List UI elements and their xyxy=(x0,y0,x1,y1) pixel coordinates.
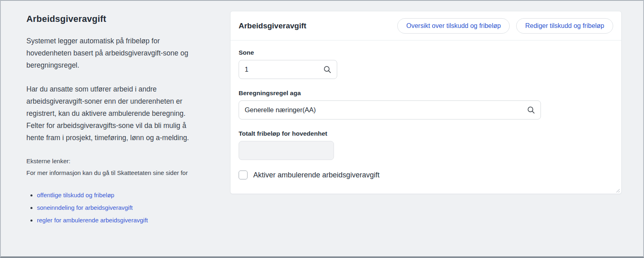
ambulerende-checkbox-row: Aktiver ambulerende arbeidsgiveravgift xyxy=(239,171,613,179)
resize-grip-icon[interactable] xyxy=(614,187,620,193)
link-regler-ambulerende[interactable]: regler for ambulerende arbeidsgiveravgif… xyxy=(37,217,148,224)
sone-field: Sone xyxy=(239,49,613,79)
card-title: Arbeidsgiveravgift xyxy=(239,21,306,30)
oversikt-tilskudd-button[interactable]: Oversikt over tilskudd og fribeløp xyxy=(397,18,510,34)
ambulerende-checkbox-label: Aktiver ambulerende arbeidsgiveravgift xyxy=(253,171,379,179)
list-item: regler for ambulerende arbeidsgiveravgif… xyxy=(37,214,194,226)
header-buttons: Oversikt over tilskudd og fribeløp Redig… xyxy=(397,18,613,34)
card-body: Sone Beregningsregel aga Totalt fribeløp… xyxy=(230,41,621,188)
beregningsregel-label: Beregningsregel aga xyxy=(239,90,613,97)
search-icon[interactable] xyxy=(323,65,332,74)
page-title: Arbeidsgiveravgift xyxy=(26,14,194,24)
totalt-fribelop-input-box xyxy=(239,141,334,160)
page: { "info_panel": { "title": "Arbeidsgiver… xyxy=(0,0,644,258)
link-offentlige-tilskudd[interactable]: offentlige tilskudd og fribeløp xyxy=(37,192,114,198)
beregningsregel-input-box xyxy=(239,100,541,119)
link-soneinndeling[interactable]: soneinndeling for arbeidsgiveravgift xyxy=(37,204,133,211)
list-item: soneinndeling for arbeidsgiveravgift xyxy=(37,201,194,214)
external-links-intro: For mer informasjon kan du gå til Skatte… xyxy=(26,167,194,179)
info-paragraph-1: Systemet legger automatisk på fribeløp f… xyxy=(26,35,194,71)
list-item: offentlige tilskudd og fribeløp xyxy=(37,189,194,201)
sone-input[interactable] xyxy=(245,66,323,73)
settings-card: Arbeidsgiveravgift Oversikt over tilskud… xyxy=(230,11,622,194)
totalt-fribelop-label: Totalt fribeløp for hovedenhet xyxy=(239,130,613,137)
beregningsregel-field: Beregningsregel aga xyxy=(239,90,613,119)
totalt-fribelop-input xyxy=(245,147,328,154)
info-paragraph-2: Har du ansatte som utfører arbeid i andr… xyxy=(26,83,194,144)
card-header: Arbeidsgiveravgift Oversikt over tilskud… xyxy=(230,11,621,41)
external-links-heading: Eksterne lenker: xyxy=(26,156,194,167)
sone-label: Sone xyxy=(239,49,613,56)
ambulerende-checkbox[interactable] xyxy=(239,171,248,179)
search-icon[interactable] xyxy=(527,106,535,114)
beregningsregel-input[interactable] xyxy=(245,106,527,114)
sone-input-box xyxy=(239,60,337,79)
totalt-fribelop-field: Totalt fribeløp for hovedenhet xyxy=(239,130,613,160)
info-panel: Arbeidsgiveravgift Systemet legger autom… xyxy=(26,14,194,226)
external-links-list: offentlige tilskudd og fribeløp soneinnd… xyxy=(26,189,194,226)
rediger-tilskudd-button[interactable]: Rediger tilskudd og fribeløp xyxy=(516,18,613,34)
